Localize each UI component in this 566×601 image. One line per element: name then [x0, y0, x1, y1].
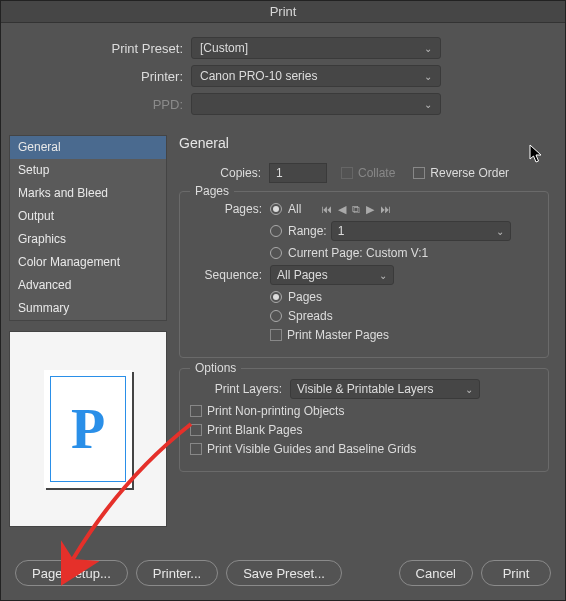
- pages-all-label: All: [288, 202, 301, 216]
- spread-icon[interactable]: ⧉: [352, 203, 360, 216]
- next-page-icon[interactable]: ▶: [366, 203, 374, 216]
- print-dialog: Print Print Preset: [Custom] ⌄ Printer: …: [0, 0, 566, 601]
- range-label: Range:: [288, 224, 327, 238]
- sidebar: General Setup Marks and Bleed Output Gra…: [9, 135, 167, 550]
- printer-button[interactable]: Printer...: [136, 560, 218, 586]
- copies-input[interactable]: [269, 163, 327, 183]
- sidebar-item-summary[interactable]: Summary: [10, 297, 166, 320]
- current-page-radio[interactable]: [270, 247, 282, 259]
- page-setup-button[interactable]: Page Setup...: [15, 560, 128, 586]
- preset-select[interactable]: [Custom] ⌄: [191, 37, 441, 59]
- sidebar-list: General Setup Marks and Bleed Output Gra…: [9, 135, 167, 321]
- options-group-title: Options: [190, 361, 241, 375]
- content-panel: General Copies: Collate Reverse Order Pa…: [167, 135, 553, 550]
- ppd-select: ⌄: [191, 93, 441, 115]
- panel-title: General: [179, 135, 553, 151]
- preset-label: Print Preset:: [31, 41, 191, 56]
- top-section: Print Preset: [Custom] ⌄ Printer: Canon …: [1, 23, 565, 135]
- sidebar-item-color[interactable]: Color Management: [10, 251, 166, 274]
- sidebar-item-general[interactable]: General: [10, 136, 166, 159]
- chevron-down-icon: ⌄: [496, 226, 504, 237]
- preview-page: P: [44, 370, 132, 488]
- range-value: 1: [338, 224, 345, 238]
- preset-value: [Custom]: [200, 41, 248, 55]
- printer-select[interactable]: Canon PRO-10 series ⌄: [191, 65, 441, 87]
- preview-pane: P: [9, 331, 167, 527]
- sequence-value: All Pages: [277, 268, 328, 282]
- layers-select[interactable]: Visible & Printable Layers ⌄: [290, 379, 480, 399]
- layers-value: Visible & Printable Layers: [297, 382, 434, 396]
- chevron-down-icon: ⌄: [379, 270, 387, 281]
- ppd-label: PPD:: [31, 97, 191, 112]
- save-preset-button[interactable]: Save Preset...: [226, 560, 342, 586]
- sidebar-item-output[interactable]: Output: [10, 205, 166, 228]
- guides-label: Print Visible Guides and Baseline Grids: [207, 442, 416, 456]
- options-group: Options Print Layers: Visible & Printabl…: [179, 368, 549, 472]
- current-page-label: Current Page: Custom V:1: [288, 246, 428, 260]
- pages-group: Pages Pages: All ⏮ ◀ ⧉ ▶ ⏭: [179, 191, 549, 358]
- titlebar: Print: [1, 1, 565, 23]
- print-button[interactable]: Print: [481, 560, 551, 586]
- pages-group-title: Pages: [190, 184, 234, 198]
- nonprinting-checkbox[interactable]: [190, 405, 202, 417]
- reverse-checkbox[interactable]: [413, 167, 425, 179]
- chevron-down-icon: ⌄: [424, 99, 432, 110]
- blank-checkbox[interactable]: [190, 424, 202, 436]
- nonprinting-label: Print Non-printing Objects: [207, 404, 344, 418]
- print-master-checkbox[interactable]: [270, 329, 282, 341]
- range-radio[interactable]: [270, 225, 282, 237]
- prev-page-icon[interactable]: ◀: [338, 203, 346, 216]
- chevron-down-icon: ⌄: [424, 71, 432, 82]
- sidebar-item-marks[interactable]: Marks and Bleed: [10, 182, 166, 205]
- printer-value: Canon PRO-10 series: [200, 69, 317, 83]
- sidebar-item-advanced[interactable]: Advanced: [10, 274, 166, 297]
- print-master-label: Print Master Pages: [287, 328, 389, 342]
- pages-label: Pages:: [180, 202, 270, 216]
- last-page-icon[interactable]: ⏭: [380, 203, 391, 216]
- first-page-icon[interactable]: ⏮: [321, 203, 332, 216]
- copies-label: Copies:: [179, 166, 269, 180]
- guides-checkbox[interactable]: [190, 443, 202, 455]
- preview-glyph: P: [71, 397, 105, 461]
- sidebar-item-setup[interactable]: Setup: [10, 159, 166, 182]
- pages-radio-label: Pages: [288, 290, 322, 304]
- sidebar-item-graphics[interactable]: Graphics: [10, 228, 166, 251]
- spreads-radio[interactable]: [270, 310, 282, 322]
- collate-checkbox: [341, 167, 353, 179]
- chevron-down-icon: ⌄: [424, 43, 432, 54]
- chevron-down-icon: ⌄: [465, 384, 473, 395]
- pages-radio[interactable]: [270, 291, 282, 303]
- page-nav: ⏮ ◀ ⧉ ▶ ⏭: [321, 203, 391, 216]
- bottom-bar: Page Setup... Printer... Save Preset... …: [1, 550, 565, 600]
- pages-all-radio[interactable]: [270, 203, 282, 215]
- printer-label: Printer:: [31, 69, 191, 84]
- sequence-select[interactable]: All Pages ⌄: [270, 265, 394, 285]
- spreads-radio-label: Spreads: [288, 309, 333, 323]
- range-select[interactable]: 1 ⌄: [331, 221, 511, 241]
- cancel-button[interactable]: Cancel: [399, 560, 473, 586]
- collate-label: Collate: [358, 166, 395, 180]
- blank-label: Print Blank Pages: [207, 423, 302, 437]
- layers-label: Print Layers:: [180, 382, 290, 396]
- reverse-label: Reverse Order: [430, 166, 509, 180]
- sequence-label: Sequence:: [180, 268, 270, 282]
